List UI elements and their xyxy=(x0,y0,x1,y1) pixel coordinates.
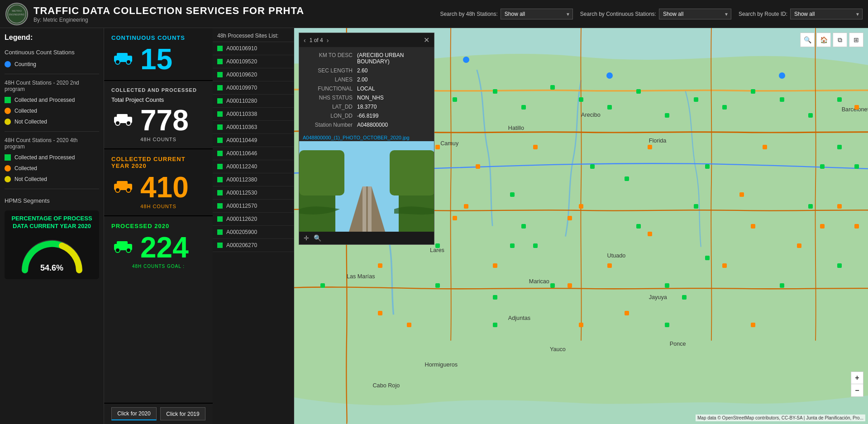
map-station[interactable] xyxy=(550,85,555,90)
map-station[interactable] xyxy=(625,176,629,181)
map-station[interactable] xyxy=(521,224,526,229)
map-station[interactable] xyxy=(435,145,440,149)
map-station[interactable] xyxy=(493,295,497,300)
map-station[interactable] xyxy=(463,57,469,63)
map-station[interactable] xyxy=(568,216,572,220)
map-station[interactable] xyxy=(533,145,538,149)
map-station[interactable] xyxy=(665,323,669,327)
map-station[interactable] xyxy=(837,263,842,268)
map-station[interactable] xyxy=(694,97,698,102)
popup-move-btn[interactable]: ✛ xyxy=(304,234,309,242)
map-station[interactable] xyxy=(435,243,440,248)
map-station[interactable] xyxy=(808,204,813,209)
map-station[interactable] xyxy=(705,164,710,169)
map-station[interactable] xyxy=(320,283,325,288)
list-item[interactable]: A000112620 xyxy=(213,213,294,226)
list-item[interactable]: A000106910 xyxy=(213,42,294,55)
map-station[interactable] xyxy=(521,105,526,110)
map-station[interactable] xyxy=(854,105,859,110)
map-station[interactable] xyxy=(378,311,382,315)
map-station[interactable] xyxy=(607,263,612,268)
map-station[interactable] xyxy=(808,113,813,118)
map-station[interactable] xyxy=(648,145,652,149)
list-item[interactable]: A000109970 xyxy=(213,81,294,95)
map-station[interactable] xyxy=(837,97,842,102)
map-station[interactable] xyxy=(568,283,572,288)
popup-photo-label[interactable]: A048800000_(1)_PHOTO_OCTOBER_2020.jpg xyxy=(299,133,434,141)
map-station[interactable] xyxy=(636,224,641,229)
grid-tool-btn[interactable]: ⊞ xyxy=(849,33,863,47)
map-station[interactable] xyxy=(590,164,595,169)
sites-list[interactable]: A000106910A000109520A000109620A000109970… xyxy=(213,42,294,424)
map-station[interactable] xyxy=(780,283,784,288)
map-station[interactable] xyxy=(820,164,825,169)
map-station[interactable] xyxy=(464,204,468,209)
btn-2019[interactable]: Click for 2019 xyxy=(160,407,205,420)
map-station[interactable] xyxy=(493,323,497,327)
map-station[interactable] xyxy=(407,323,411,327)
map-station[interactable] xyxy=(820,224,825,229)
map-station[interactable] xyxy=(550,283,555,288)
map-station[interactable] xyxy=(837,145,842,149)
search-tool-btn[interactable]: 🔍 xyxy=(800,33,815,47)
list-item[interactable]: A000110449 xyxy=(213,134,294,147)
zoom-in-btn[interactable]: + xyxy=(851,372,863,384)
map-station[interactable] xyxy=(510,192,515,197)
map-station[interactable] xyxy=(854,164,859,169)
search-continuous-select[interactable]: Show all xyxy=(659,9,731,19)
map-station[interactable] xyxy=(510,243,515,248)
map-station[interactable] xyxy=(453,97,457,102)
map-station[interactable] xyxy=(533,243,538,248)
map-station[interactable] xyxy=(779,72,785,79)
map-station[interactable] xyxy=(854,224,859,229)
map-station[interactable] xyxy=(837,204,842,209)
layers-tool-btn[interactable]: ⧉ xyxy=(833,33,847,47)
map-station[interactable] xyxy=(648,232,652,236)
list-item[interactable]: A000112530 xyxy=(213,186,294,200)
map-station[interactable] xyxy=(682,295,687,300)
map-station[interactable] xyxy=(751,224,755,229)
search-route-select[interactable]: Show all xyxy=(790,9,863,19)
map-station[interactable] xyxy=(579,323,583,327)
map-station[interactable] xyxy=(476,164,480,169)
list-item[interactable]: A000110338 xyxy=(213,108,294,121)
list-item[interactable]: A000112240 xyxy=(213,160,294,173)
popup-prev-btn[interactable]: ‹ xyxy=(304,37,306,44)
map-station[interactable] xyxy=(722,105,727,110)
map-station[interactable] xyxy=(493,89,497,94)
btn-2020[interactable]: Click for 2020 xyxy=(111,407,157,420)
list-item[interactable]: A000206270 xyxy=(213,239,294,252)
map-station[interactable] xyxy=(694,204,698,209)
map-station[interactable] xyxy=(453,216,457,220)
zoom-out-btn[interactable]: − xyxy=(851,384,863,397)
map-station[interactable] xyxy=(435,283,440,288)
map-station[interactable] xyxy=(579,204,583,209)
list-item[interactable]: A000110646 xyxy=(213,147,294,160)
map-background[interactable]: Isabela Quebradillas Camuy Hatillo Areci… xyxy=(294,28,868,424)
map-station[interactable] xyxy=(665,113,669,118)
map-station[interactable] xyxy=(739,192,744,197)
search-48h-select[interactable]: Show all xyxy=(501,9,573,19)
popup-close-btn[interactable]: ✕ xyxy=(424,36,429,44)
home-tool-btn[interactable]: 🏠 xyxy=(816,33,831,47)
map-station[interactable] xyxy=(751,89,755,94)
map-station[interactable] xyxy=(705,256,710,260)
map-station[interactable] xyxy=(751,323,755,327)
map-station[interactable] xyxy=(636,89,641,94)
map-station[interactable] xyxy=(579,97,583,102)
map-station[interactable] xyxy=(763,145,767,149)
list-item[interactable]: A000109620 xyxy=(213,68,294,81)
map-station[interactable] xyxy=(780,97,784,102)
map-station[interactable] xyxy=(722,263,727,268)
map-station[interactable] xyxy=(378,263,382,268)
list-item[interactable]: A000110363 xyxy=(213,121,294,134)
map-station[interactable] xyxy=(797,243,801,248)
list-item[interactable]: A000109520 xyxy=(213,55,294,68)
map-station[interactable] xyxy=(606,72,613,79)
list-item[interactable]: A000112570 xyxy=(213,200,294,213)
list-item[interactable]: A000110280 xyxy=(213,95,294,108)
list-item[interactable]: A000112380 xyxy=(213,173,294,186)
popup-next-btn[interactable]: › xyxy=(327,37,329,44)
popup-zoom-btn[interactable]: 🔍 xyxy=(314,234,321,242)
map-station[interactable] xyxy=(665,283,669,288)
